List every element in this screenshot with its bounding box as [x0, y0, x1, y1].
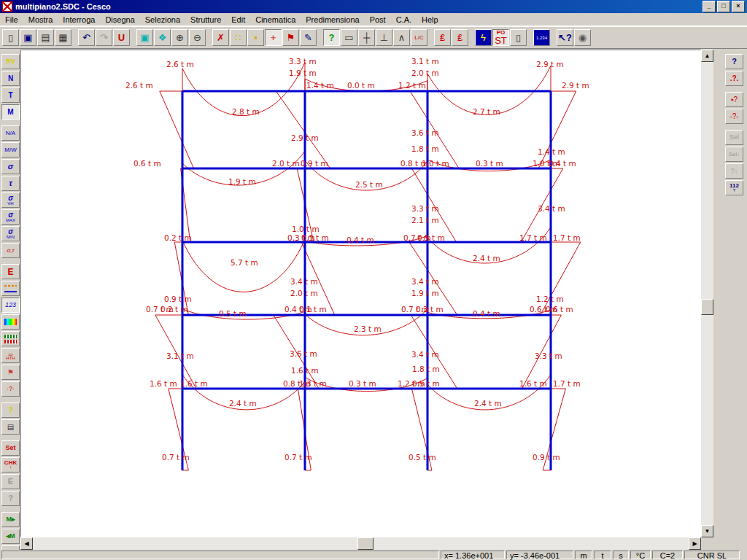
line-style-icon[interactable]	[1, 281, 20, 296]
moment-value-label: 3.3 t m	[289, 57, 317, 66]
zoom-in-icon[interactable]: ⊕	[171, 29, 188, 46]
minimize-button[interactable]: _	[703, 1, 716, 12]
beam-tool-icon[interactable]: ▭	[341, 29, 357, 46]
horizontal-scrollbar[interactable]: ◀▶	[20, 537, 701, 550]
snap-point-icon[interactable]: ▪	[247, 29, 264, 46]
result-tau-button[interactable]: τ	[1, 176, 20, 191]
result-na-button[interactable]: N/A	[1, 125, 20, 141]
redo-icon[interactable]: ↷	[96, 29, 112, 46]
check-button[interactable]: CHK!	[1, 457, 20, 472]
result-t-button[interactable]: T	[1, 88, 20, 103]
load-case-icon[interactable]: L/C	[411, 29, 427, 46]
result-sigma-min-button[interactable]: σMIN	[1, 226, 20, 241]
moment-value-label: 2.6 t m	[166, 60, 194, 69]
sel-button[interactable]: Sel	[725, 130, 743, 145]
result-mw-button[interactable]: M/W	[1, 142, 20, 158]
elasticity-button[interactable]: E	[1, 264, 20, 279]
node-query-icon[interactable]: ·?·	[1, 381, 20, 397]
e-disabled-button[interactable]: E	[1, 474, 20, 489]
result-sigma-button[interactable]: σ	[1, 159, 20, 174]
moment-value-label: 2.0 t m	[272, 159, 300, 168]
ruler-icon[interactable]: ▤	[1, 419, 20, 435]
menu-file[interactable]: File	[0, 14, 23, 26]
node-tool-icon[interactable]: ┼	[358, 29, 375, 46]
menu-edit[interactable]: Edit	[226, 14, 250, 26]
truss-tool-icon[interactable]: ∧	[393, 29, 410, 46]
print-preview-icon[interactable]: ▦	[55, 29, 71, 46]
vertical-scrollbar[interactable]: ▲▼	[701, 50, 713, 537]
query-disabled-button[interactable]: ?	[1, 491, 20, 506]
snap-point-icon: ▪	[254, 33, 258, 42]
color-scale-icon[interactable]	[1, 314, 20, 330]
delete-icon[interactable]: ✗	[212, 29, 229, 46]
crosshair-icon[interactable]: +	[265, 29, 282, 46]
load-next-icon[interactable]: ₤	[452, 29, 468, 46]
moment-value-label: 0.4 t m	[549, 159, 576, 168]
menu-interroga[interactable]: Interroga	[58, 14, 100, 26]
run-analysis-icon[interactable]: ϟ	[475, 29, 492, 46]
measure-query-icon[interactable]: ?	[1, 402, 20, 418]
dimension-icon[interactable]: 1.234	[533, 29, 550, 46]
title-bar[interactable]: multipiano2.SDC - Cesco _ □ ×	[0, 0, 747, 13]
menu-seleziona[interactable]: Seleziona	[140, 14, 185, 26]
hth-button[interactable]: ▭HTH	[1, 348, 20, 363]
numeric-values-button[interactable]: 123	[1, 298, 20, 313]
scroll-down-icon[interactable]: ▼	[701, 525, 713, 537]
menu-disegna[interactable]: Disegna	[100, 14, 139, 26]
query-node-button[interactable]: ▪?	[725, 92, 743, 107]
member-flag-icon[interactable]: ⚑	[1, 365, 20, 380]
column-view-icon[interactable]: ▯	[510, 29, 527, 46]
zoom-window-icon[interactable]: ▣	[136, 29, 153, 46]
result-n-button[interactable]: N	[1, 71, 20, 86]
query-member-button[interactable]: -?-	[725, 109, 743, 124]
result-sigma-max-button[interactable]: σMAX	[1, 209, 20, 225]
numbering-button[interactable]: 112?	[725, 180, 743, 195]
query-down-button[interactable]: ?↓	[725, 163, 743, 179]
print-icon[interactable]: ▤	[37, 29, 54, 46]
support-tool-icon[interactable]: ⊥	[376, 29, 392, 46]
close-button[interactable]: ×	[732, 1, 745, 12]
menu-ca[interactable]: C.A.	[391, 14, 417, 26]
help-button[interactable]: ?	[725, 54, 743, 69]
snapshot-icon[interactable]: ◉	[574, 29, 591, 46]
scroll-left-icon[interactable]: ◀	[20, 537, 33, 550]
set-button[interactable]: Set	[1, 440, 20, 456]
scroll-up-icon[interactable]: ▲	[701, 50, 713, 62]
result-sigma-tau-button[interactable]: σ,τ	[1, 243, 20, 258]
result-rv-button[interactable]: RV	[1, 54, 20, 69]
menu-post[interactable]: Post	[365, 14, 391, 26]
m-prev-button[interactable]: ◂M	[1, 529, 20, 544]
zoom-extents-icon[interactable]: ❖	[154, 29, 171, 46]
zoom-out-icon[interactable]: ⊖	[189, 29, 206, 46]
menu-predimensiona[interactable]: Predimensiona	[301, 14, 364, 26]
menu-cinematica[interactable]: Cinematica	[250, 14, 301, 26]
undo-all-icon[interactable]: U	[113, 29, 130, 46]
menu-strutture[interactable]: Strutture	[185, 14, 226, 26]
draw-mode-icon[interactable]: ✎	[300, 29, 317, 46]
result-m-button[interactable]: M	[1, 104, 20, 120]
vscroll-thumb[interactable]	[701, 299, 713, 315]
drawing-canvas[interactable]: 2.6 t m2.6 t m2.8 t m3.3 t m1.9 t m1.4 t…	[20, 50, 701, 537]
menu-mostra[interactable]: Mostra	[23, 14, 58, 26]
move-node-icon[interactable]: ⚑	[282, 29, 299, 46]
post-mode-icon[interactable]: POST	[492, 29, 509, 46]
beam-tool-icon: ▭	[344, 33, 353, 42]
scroll-right-icon[interactable]: ▶	[689, 537, 701, 550]
query-icon[interactable]: ?	[323, 29, 340, 46]
hscroll-thumb[interactable]	[357, 537, 374, 550]
result-sigma-vh-button-sub: VH	[7, 201, 13, 206]
delete-icon: ✗	[217, 33, 225, 42]
result-sigma-vh-button[interactable]: σVH	[1, 192, 20, 208]
undo-icon[interactable]: ↶	[78, 29, 95, 46]
new-file-icon[interactable]: ▯	[2, 29, 19, 46]
query-dots-button[interactable]: .?.	[725, 71, 743, 86]
snap-grid-icon[interactable]: ∷	[230, 29, 247, 46]
m-next-button[interactable]: M▸	[1, 512, 20, 527]
menu-help[interactable]: Help	[417, 14, 444, 26]
sel-down-button[interactable]: Sel↓	[725, 147, 743, 162]
context-help-icon[interactable]: ↖?	[557, 29, 573, 46]
mesh-icon[interactable]	[1, 331, 20, 346]
maximize-button[interactable]: □	[717, 1, 730, 12]
load-prev-icon[interactable]: ₤	[434, 29, 451, 46]
save-icon[interactable]: ▣	[20, 29, 36, 46]
